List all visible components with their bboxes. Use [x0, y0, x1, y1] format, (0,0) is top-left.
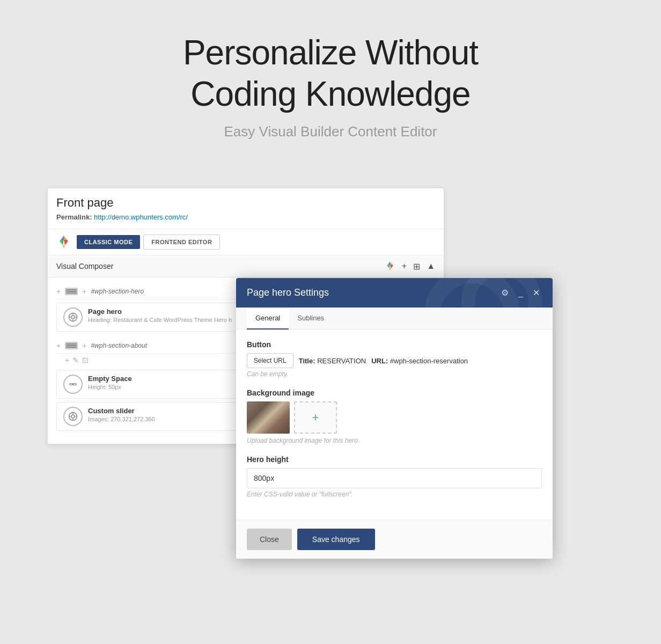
svg-rect-17 [74, 384, 76, 385]
hero-height-section: Hero height Enter CSS-valid value or "fu… [247, 455, 542, 498]
wp-editor-buttons: CLASSIC MODE FRONTEND EDITOR [48, 229, 444, 255]
wp-admin-header: Front page Permalink: http://demo.wphunt… [48, 188, 444, 229]
bg-image-row: + [247, 401, 542, 434]
url-label: URL: #wph-section-reservation [371, 357, 468, 365]
about-add-icon[interactable]: + [56, 341, 61, 350]
svg-point-11 [71, 316, 75, 319]
section-about-name: #wph-section-about [91, 342, 147, 349]
svg-marker-8 [390, 265, 393, 268]
subsection-delete-icon[interactable]: ⊡ [82, 356, 89, 364]
svg-marker-2 [60, 240, 64, 245]
hero-subtitle: Easy Visual Builder Content Editor [0, 123, 661, 140]
hero-height-input[interactable] [247, 468, 542, 488]
modal-tabs: General Sublines [236, 308, 553, 330]
button-section: Button Select URL Title: RESERVATION URL… [247, 340, 542, 378]
vc-title: Visual Composer [56, 262, 113, 270]
svg-marker-0 [64, 236, 67, 240]
custom-slider-icon [63, 407, 83, 426]
button-section-label: Button [247, 340, 542, 349]
modal-title: Page hero Settings [247, 287, 329, 298]
hero-section: Personalize Without Coding Knowledge Eas… [0, 0, 661, 162]
bg-image-add-button[interactable]: + [294, 401, 337, 434]
about-inner-add-icon[interactable]: + [82, 341, 86, 350]
url-value: #wph-section-reservation [390, 357, 468, 365]
close-button[interactable]: Close [247, 529, 292, 550]
select-url-button[interactable]: Select URL [247, 353, 293, 368]
hero-title: Personalize Without Coding Knowledge [0, 32, 661, 115]
bg-image-label: Background image [247, 389, 542, 397]
subsection-add-icon[interactable]: + [65, 356, 69, 364]
modal-settings-button[interactable]: ⚙ [499, 287, 511, 299]
tab-general[interactable]: General [247, 308, 289, 330]
vc-header: Visual Composer + ⊞ ▲ [48, 255, 444, 277]
wp-permalink-link[interactable]: http://demo.wphunters.com/rc/ [94, 213, 188, 221]
vc-toolbar-logo [385, 261, 395, 272]
classic-mode-button[interactable]: CLASSIC MODE [77, 235, 140, 249]
button-hint: Can be empty. [247, 370, 542, 378]
title-value: RESERVATION [317, 357, 366, 365]
vc-layout-icon[interactable]: ⊞ [413, 261, 420, 272]
svg-marker-3 [64, 240, 68, 245]
modal-close-button[interactable]: ✕ [531, 287, 542, 299]
modal-minimize-button[interactable]: _ [516, 287, 525, 299]
title-label: Title: RESERVATION [299, 357, 366, 365]
bg-image-thumbnail[interactable] [247, 401, 290, 434]
svg-marker-9 [389, 268, 391, 270]
bg-image-hint: Upload background image for this hero. [247, 437, 542, 444]
bg-image-section: Background image + Upload background ima… [247, 389, 542, 444]
vc-logo [56, 235, 71, 250]
modal-controls: ⚙ _ ✕ [499, 287, 542, 299]
section-drag-handle[interactable] [65, 288, 78, 295]
modal-dialog: Page hero Settings ⚙ _ ✕ General Subline… [236, 278, 553, 559]
vc-collapse-icon[interactable]: ▲ [427, 261, 435, 271]
svg-marker-6 [388, 261, 390, 265]
subsection-edit-icon[interactable]: ✎ [72, 356, 79, 364]
svg-marker-4 [63, 245, 65, 248]
wp-permalink: Permalink: http://demo.wphunters.com/rc/ [56, 213, 435, 221]
modal-body: Button Select URL Title: RESERVATION URL… [236, 330, 553, 519]
button-field-row: Select URL Title: RESERVATION URL: #wph-… [247, 353, 542, 368]
section-add-icon[interactable]: + [56, 287, 61, 296]
frontend-editor-button[interactable]: FRONTEND EDITOR [143, 235, 220, 250]
bg-image-preview [247, 401, 290, 434]
vc-toolbar: + ⊞ ▲ [385, 261, 435, 272]
modal-footer: Close Save changes [236, 519, 553, 559]
wp-page-title: Front page [56, 196, 435, 210]
svg-marker-5 [390, 261, 392, 265]
about-drag-handle[interactable] [65, 342, 78, 349]
hero-title-line1: Personalize Without [183, 33, 478, 72]
hero-height-hint: Enter CSS-valid value or "fullscreen". [247, 491, 542, 498]
empty-space-icon [63, 375, 83, 394]
modal-header: Page hero Settings ⚙ _ ✕ [236, 278, 553, 308]
vc-add-icon[interactable]: + [402, 261, 407, 271]
svg-marker-1 [61, 236, 64, 240]
hero-height-label: Hero height [247, 455, 542, 464]
hero-title-line2: Coding Knowledge [190, 75, 470, 113]
svg-point-19 [71, 415, 75, 418]
tab-sublines[interactable]: Sublines [289, 308, 333, 330]
svg-marker-7 [387, 265, 390, 268]
svg-rect-16 [70, 384, 72, 385]
page-hero-icon [63, 308, 83, 327]
section-inner-add-icon[interactable]: + [82, 287, 86, 296]
section-hero-name: #wph-section-hero [91, 288, 144, 295]
save-changes-button[interactable]: Save changes [297, 529, 375, 550]
